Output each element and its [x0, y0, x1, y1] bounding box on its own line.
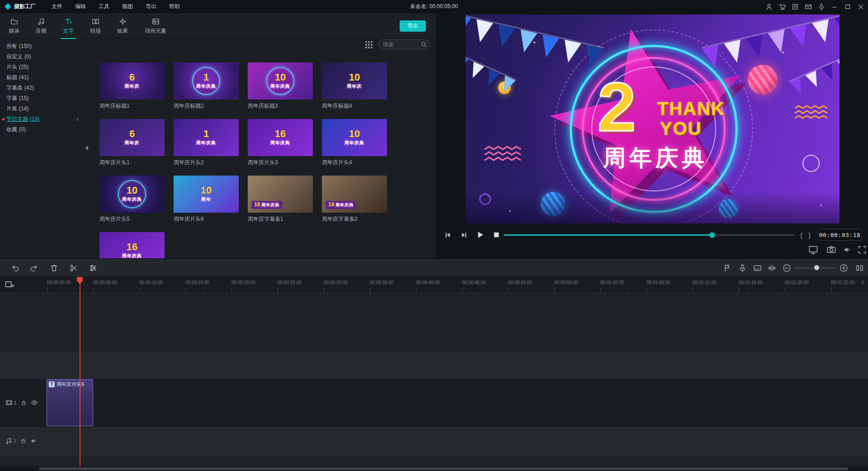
- export-button[interactable]: 导出: [400, 20, 426, 32]
- timeline-ruler[interactable]: 00:00:00:00 00:00:05:00 00:00:10:00 00:0…: [0, 277, 868, 293]
- timeline-horizontal-scrollbar[interactable]: [0, 466, 868, 471]
- lock-icon[interactable]: [20, 438, 26, 444]
- media-tabbar: 媒体 音频 文字 转场 效果 动画元素 导出: [0, 13, 436, 39]
- scrollbar-thumb[interactable]: [39, 467, 848, 470]
- undo-icon[interactable]: [11, 264, 19, 272]
- previous-frame-button[interactable]: [442, 229, 453, 240]
- category-subtitles[interactable]: 字幕(15): [0, 93, 90, 104]
- subtitle-icon[interactable]: [753, 264, 762, 272]
- tab-media[interactable]: 媒体: [1, 13, 27, 39]
- menu-view[interactable]: 视图: [116, 0, 139, 13]
- menu-tools[interactable]: 工具: [92, 0, 116, 13]
- library-item[interactable]: 10周年庆典 周年庆片头5: [99, 176, 165, 222]
- library-item[interactable]: 16周年庆典: [99, 232, 165, 258]
- library-item[interactable]: 16周年庆典 周年庆字幕条2: [322, 176, 387, 222]
- tab-audio[interactable]: 音频: [28, 13, 54, 39]
- eye-visibility-icon[interactable]: [31, 399, 38, 406]
- video-preview[interactable]: 2 THANK YOU 周年庆典: [466, 14, 840, 224]
- tab-transitions[interactable]: 转场: [82, 13, 108, 39]
- volume-icon[interactable]: [842, 245, 852, 255]
- stop-button[interactable]: [491, 229, 502, 240]
- tab-text[interactable]: 文字: [55, 13, 81, 39]
- marker-icon[interactable]: [723, 264, 731, 272]
- timeline-clip[interactable]: T 周年庆片头5: [47, 379, 93, 426]
- category-favorites[interactable]: 收藏(0): [0, 124, 90, 135]
- category-label: 所有: [6, 43, 17, 49]
- tab-label: 媒体: [9, 27, 19, 35]
- delete-icon[interactable]: [50, 264, 58, 272]
- category-holiday-themes[interactable]: 节日主题(13)›: [0, 114, 90, 124]
- fullscreen-icon[interactable]: [857, 245, 867, 255]
- close-button[interactable]: [857, 3, 864, 10]
- library-item[interactable]: 16周年庆典 周年庆字幕条1: [248, 176, 313, 222]
- library-item[interactable]: 10周年庆典 周年庆标题3: [248, 62, 313, 109]
- library-item-thumbnail[interactable]: 16周年庆典: [248, 176, 313, 213]
- menu-edit[interactable]: 编辑: [69, 0, 92, 13]
- menu-export[interactable]: 导出: [139, 0, 163, 13]
- library-item-thumbnail[interactable]: 16周年庆典: [322, 176, 387, 213]
- play-button[interactable]: [475, 229, 486, 240]
- library-item-thumbnail[interactable]: 10周年庆典: [99, 176, 165, 213]
- library-item[interactable]: 10周年 周年庆片头6: [174, 176, 239, 222]
- library-item-thumbnail[interactable]: 1周年庆典: [174, 119, 239, 156]
- category-all[interactable]: 所有(150): [0, 41, 90, 52]
- next-frame-button[interactable]: [458, 229, 469, 240]
- library-item[interactable]: 16周年庆典 周年庆片头3: [248, 119, 313, 165]
- library-item-thumbnail[interactable]: 16周年庆典: [99, 232, 165, 258]
- category-lowerthirds[interactable]: 字幕条(42): [0, 83, 90, 93]
- mic-feedback-icon[interactable]: [818, 3, 825, 10]
- tab-elements[interactable]: 动画元素: [137, 13, 175, 39]
- library-item[interactable]: 6周年庆 周年庆片头1: [99, 119, 165, 165]
- fit-timeline-icon[interactable]: [768, 264, 776, 272]
- library-item-thumbnail[interactable]: 1周年庆典: [174, 62, 239, 100]
- snapshot-camera-icon[interactable]: [826, 245, 836, 255]
- audio-track[interactable]: [0, 427, 868, 455]
- library-item[interactable]: 1周年庆典 周年庆标题2: [174, 62, 239, 109]
- library-item-thumbnail[interactable]: 10周年庆: [322, 62, 387, 100]
- sidebar-collapse-arrow[interactable]: [85, 145, 88, 151]
- library-item[interactable]: 1周年庆典 周年庆片头2: [174, 119, 239, 165]
- store-cart-icon[interactable]: [778, 3, 786, 10]
- split-scissors-icon[interactable]: [69, 264, 78, 272]
- category-titles[interactable]: 标题(41): [0, 72, 90, 83]
- tab-effects[interactable]: 效果: [109, 13, 136, 39]
- timeline-zoom-handle[interactable]: [814, 265, 819, 270]
- library-item-thumbnail[interactable]: 6周年庆: [99, 62, 165, 100]
- display-settings-icon[interactable]: [808, 245, 818, 255]
- mail-icon[interactable]: [805, 3, 812, 10]
- menu-file[interactable]: 文件: [45, 0, 69, 13]
- maximize-button[interactable]: [844, 3, 851, 10]
- library-item[interactable]: 10周年庆 周年庆标题4: [322, 62, 387, 109]
- library-item[interactable]: 10周年庆典 周年庆片头4: [322, 119, 387, 165]
- add-track-icon[interactable]: [5, 280, 14, 290]
- menu-help[interactable]: 帮助: [163, 0, 186, 13]
- track-view-icon[interactable]: [855, 264, 864, 272]
- track-settings-icon[interactable]: [89, 264, 97, 272]
- news-icon[interactable]: [792, 3, 799, 10]
- library-item-thumbnail[interactable]: 10周年庆典: [248, 62, 313, 100]
- redo-icon[interactable]: [30, 264, 38, 272]
- library-item-thumbnail[interactable]: 10周年庆典: [322, 119, 387, 156]
- timeline-tracks[interactable]: 1 1 T 周年庆片头5: [0, 293, 868, 471]
- zoom-in-icon[interactable]: [840, 264, 848, 272]
- library-item-thumbnail[interactable]: 16周年庆典: [248, 119, 313, 156]
- mark-out-icon[interactable]: }: [808, 231, 811, 239]
- account-icon[interactable]: [765, 3, 773, 10]
- video-track[interactable]: [0, 378, 868, 427]
- library-item-thumbnail[interactable]: 10周年: [174, 176, 239, 213]
- search-icon[interactable]: [421, 42, 427, 48]
- seek-bar-handle[interactable]: [710, 233, 715, 238]
- category-endcredits[interactable]: 片尾(14): [0, 104, 90, 114]
- lock-icon[interactable]: [21, 400, 27, 406]
- mark-in-icon[interactable]: {: [800, 231, 802, 239]
- minimize-button[interactable]: [831, 3, 838, 10]
- record-voiceover-icon[interactable]: [738, 264, 747, 272]
- seek-bar[interactable]: [504, 234, 794, 236]
- library-item[interactable]: 6周年庆 周年庆标题1: [99, 62, 165, 109]
- category-custom[interactable]: 自定义(0): [0, 52, 90, 62]
- library-item-thumbnail[interactable]: 6周年庆: [99, 119, 165, 156]
- grid-view-icon[interactable]: [364, 40, 373, 49]
- zoom-out-icon[interactable]: [783, 264, 791, 272]
- category-openers[interactable]: 片头(25): [0, 62, 90, 72]
- speaker-icon[interactable]: [30, 438, 37, 444]
